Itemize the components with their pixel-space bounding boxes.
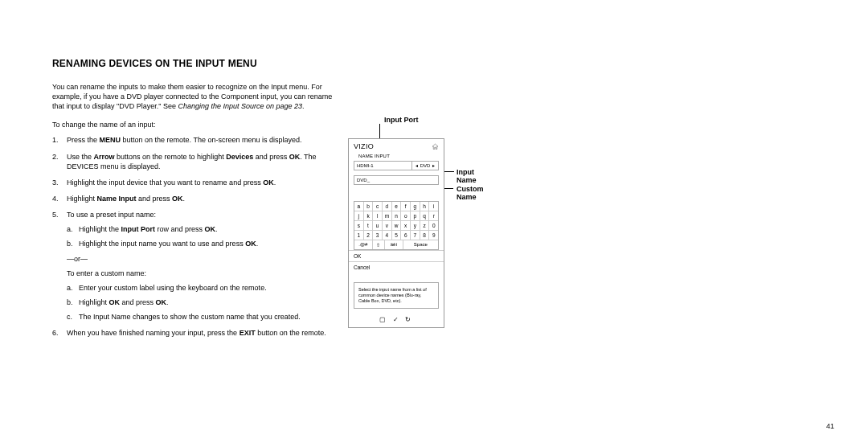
kb-key: q — [420, 211, 430, 221]
step-text: and press — [253, 153, 289, 161]
osd-header: VIZIO — [349, 139, 444, 154]
section-heading: RENAMING DEVICES ON THE INPUT MENU — [52, 58, 342, 69]
step-text: Highlight the input device that you want… — [67, 178, 263, 187]
sub-item-b: Highlight the input name you want to use… — [67, 239, 342, 248]
kb-key-space: Space — [403, 240, 438, 249]
kb-key: k — [364, 211, 374, 221]
osd-title: NAME INPUT — [349, 154, 444, 161]
step-4: Highlight Name Input and press OK. — [52, 194, 342, 203]
step-text: buttons on the remote to highlight — [115, 153, 227, 161]
lead-in-text: To change the name of an input: — [52, 121, 342, 129]
osd-panel: VIZIO NAME INPUT HDMI-1 ◄ DVD ► DVD_ abc… — [348, 138, 444, 328]
kb-key: 4 — [383, 231, 392, 240]
osd-cancel: Cancel — [349, 261, 444, 273]
kb-key: c — [373, 202, 383, 211]
step-bold: OK — [172, 195, 183, 203]
step-text: and press — [137, 195, 173, 203]
kb-key: w — [392, 221, 402, 231]
osd-keyboard: abcdefghi jklmnopqr stuvwxyz0 123456789 … — [354, 201, 439, 250]
kb-key-symbols: .@# — [354, 240, 373, 249]
kb-key: v — [383, 221, 392, 231]
kb-key: 2 — [364, 231, 374, 240]
footer-icon-b: ✓ — [393, 316, 401, 323]
step-text: and press — [120, 298, 156, 306]
intro-reference: Changing the Input Source on page 23 — [178, 102, 302, 110]
osd-port: HDMI-1 — [354, 162, 412, 170]
step-5: To use a preset input name: Highlight th… — [52, 210, 342, 322]
step-text: row and press — [155, 225, 205, 233]
step-bold: OK — [109, 298, 121, 306]
step-text: . — [256, 240, 259, 248]
kb-key: 1 — [354, 231, 364, 240]
step-text: . — [215, 225, 218, 233]
kb-key: 6 — [401, 231, 411, 240]
kb-key: r — [429, 211, 438, 221]
step-text: Enter your custom label using the keyboa… — [79, 284, 267, 292]
osd-brand: VIZIO — [354, 142, 374, 150]
step-6: When you have finished naming your input… — [52, 328, 342, 338]
kb-key: l — [373, 211, 383, 221]
kb-key: 0 — [429, 221, 438, 231]
step-bold: OK — [245, 240, 256, 248]
kb-key: h — [420, 202, 430, 211]
sub-item-cb: Highlight OK and press OK. — [67, 297, 342, 307]
step-text: button on the remote. The on-screen menu… — [121, 136, 301, 144]
step-text: . — [274, 178, 276, 187]
kb-row-special: .@# ⇧ äêí Space — [354, 240, 438, 249]
custom-lead: To enter a custom name: — [67, 269, 342, 278]
step-text: . — [166, 298, 169, 306]
step-2: Use the Arrow buttons on the remote to h… — [52, 152, 342, 171]
step-text: Press the — [67, 136, 100, 144]
callout-input-port: Input Port — [384, 116, 419, 124]
step-bold: Devices — [226, 153, 253, 161]
sub-list-preset: Highlight the Input Port row and press O… — [67, 224, 342, 248]
step-text: Highlight the input name you want to use… — [79, 240, 245, 248]
kb-key: t — [364, 221, 374, 231]
kb-key-shift: ⇧ — [373, 240, 385, 249]
intro-end: . — [302, 102, 305, 110]
step-bold: OK — [263, 178, 274, 187]
step-text: When you have finished naming your input… — [67, 329, 240, 337]
kb-key-accent: äêí — [385, 240, 403, 249]
kb-key: j — [354, 211, 364, 221]
kb-key: 9 — [429, 231, 438, 240]
step-1: Press the MENU button on the remote. The… — [52, 135, 342, 145]
kb-key: 3 — [373, 231, 383, 240]
osd-preview-column: Input Port Input Name Custom Name VIZIO … — [348, 58, 444, 344]
osd-footer: ▢ ✓ ↻ — [349, 314, 444, 327]
kb-key: 8 — [420, 231, 430, 240]
step-bold: Input Port — [121, 225, 156, 233]
osd-input-name: DVD — [420, 163, 431, 168]
kb-key: 7 — [411, 231, 420, 240]
osd-help-text: Select the input name from a list of com… — [354, 282, 439, 309]
kb-key: n — [392, 211, 402, 221]
step-text: . — [183, 195, 186, 203]
sub-item-ca: Enter your custom label using the keyboa… — [67, 283, 342, 293]
steps-list: Press the MENU button on the remote. The… — [52, 135, 342, 338]
kb-key: a — [354, 202, 364, 211]
osd-ok: OK — [349, 250, 444, 261]
footer-icon-c: ↻ — [405, 316, 413, 323]
step-text: Highlight the — [79, 225, 121, 233]
kb-key: f — [401, 202, 411, 211]
osd-custom-field: DVD_ — [354, 175, 439, 185]
step-bold: Arrow — [94, 153, 115, 161]
kb-key: e — [392, 202, 402, 211]
step-bold: MENU — [100, 136, 121, 144]
step-bold: EXIT — [240, 329, 256, 337]
step-text: Use the — [67, 153, 94, 161]
step-text: To use a preset input name: — [67, 211, 156, 219]
step-3: Highlight the input device that you want… — [52, 178, 342, 187]
step-text: The Input Name changes to show the custo… — [79, 313, 301, 321]
kb-key: 5 — [392, 231, 402, 240]
sub-item-a: Highlight the Input Port row and press O… — [67, 224, 342, 234]
or-separator: —or— — [67, 254, 342, 264]
osd-input-row: HDMI-1 ◄ DVD ► — [354, 161, 439, 170]
callout-input-name: Input Name — [457, 168, 477, 184]
callout-custom-name: Custom Name — [457, 185, 484, 201]
kb-key: z — [420, 221, 430, 231]
home-icon — [432, 143, 439, 150]
step-text: Highlight — [67, 195, 97, 203]
step-bold: OK — [205, 225, 216, 233]
sub-list-custom: Enter your custom label using the keyboa… — [67, 283, 342, 322]
